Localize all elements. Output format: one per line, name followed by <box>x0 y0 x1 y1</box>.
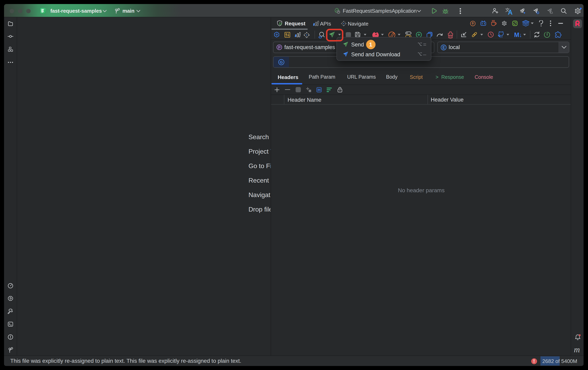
svg-text:G: G <box>280 60 283 64</box>
